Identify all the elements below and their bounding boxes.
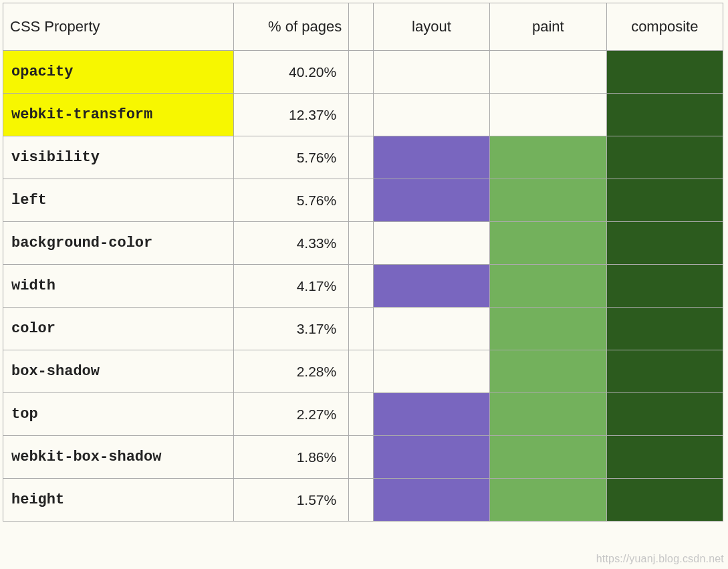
table-row: opacity40.20%	[3, 51, 723, 94]
cell-property: background-color	[3, 222, 234, 265]
table-row: webkit-box-shadow1.86%	[3, 436, 723, 479]
table-row: background-color4.33%	[3, 222, 723, 265]
cell-spacer	[349, 51, 374, 94]
cell-property: width	[3, 265, 234, 308]
cell-paint	[490, 94, 606, 136]
cell-composite	[606, 436, 723, 479]
cell-percent: 40.20%	[233, 51, 348, 94]
cell-layout	[373, 222, 489, 265]
cell-property: box-shadow	[3, 350, 234, 393]
cell-spacer	[349, 479, 374, 522]
table-row: color3.17%	[3, 308, 723, 350]
cell-composite	[606, 350, 723, 393]
css-perf-table: CSS Property % of pages layout paint com…	[3, 3, 723, 522]
cell-composite	[606, 222, 723, 265]
cell-paint	[490, 436, 606, 479]
cell-layout	[373, 393, 489, 436]
cell-paint	[490, 350, 606, 393]
cell-paint	[490, 51, 606, 94]
cell-spacer	[349, 179, 374, 222]
cell-composite	[606, 179, 723, 222]
cell-property: top	[3, 393, 234, 436]
cell-paint	[490, 479, 606, 522]
cell-layout	[373, 94, 489, 136]
cell-paint	[490, 222, 606, 265]
cell-percent: 5.76%	[233, 136, 348, 179]
header-paint: paint	[490, 3, 606, 51]
header-property: CSS Property	[3, 3, 234, 51]
cell-percent: 2.28%	[233, 350, 348, 393]
cell-layout	[373, 308, 489, 350]
cell-layout	[373, 479, 489, 522]
cell-composite	[606, 308, 723, 350]
header-spacer	[349, 3, 374, 51]
cell-property: color	[3, 308, 234, 350]
cell-layout	[373, 265, 489, 308]
cell-composite	[606, 136, 723, 179]
table-row: webkit-transform12.37%	[3, 94, 723, 136]
cell-paint	[490, 136, 606, 179]
header-percent: % of pages	[233, 3, 348, 51]
cell-composite	[606, 479, 723, 522]
cell-paint	[490, 265, 606, 308]
table-row: width4.17%	[3, 265, 723, 308]
header-layout: layout	[373, 3, 489, 51]
table-header-row: CSS Property % of pages layout paint com…	[3, 3, 723, 51]
cell-percent: 5.76%	[233, 179, 348, 222]
cell-spacer	[349, 308, 374, 350]
cell-percent: 4.33%	[233, 222, 348, 265]
cell-property: left	[3, 179, 234, 222]
table-row: top2.27%	[3, 393, 723, 436]
cell-composite	[606, 393, 723, 436]
cell-spacer	[349, 350, 374, 393]
table-body: opacity40.20%webkit-transform12.37%visib…	[3, 51, 723, 522]
cell-composite	[606, 265, 723, 308]
cell-percent: 1.57%	[233, 479, 348, 522]
cell-percent: 2.27%	[233, 393, 348, 436]
table-row: box-shadow2.28%	[3, 350, 723, 393]
cell-percent: 4.17%	[233, 265, 348, 308]
css-perf-table-container: CSS Property % of pages layout paint com…	[3, 3, 723, 522]
cell-composite	[606, 51, 723, 94]
cell-paint	[490, 179, 606, 222]
cell-layout	[373, 436, 489, 479]
cell-property: visibility	[3, 136, 234, 179]
table-row: height1.57%	[3, 479, 723, 522]
cell-percent: 3.17%	[233, 308, 348, 350]
header-composite: composite	[606, 3, 723, 51]
cell-percent: 12.37%	[233, 94, 348, 136]
cell-paint	[490, 393, 606, 436]
cell-spacer	[349, 222, 374, 265]
cell-property: webkit-box-shadow	[3, 436, 234, 479]
cell-layout	[373, 179, 489, 222]
table-row: left5.76%	[3, 179, 723, 222]
cell-property: webkit-transform	[3, 94, 234, 136]
cell-layout	[373, 350, 489, 393]
cell-spacer	[349, 393, 374, 436]
cell-property: height	[3, 479, 234, 522]
cell-layout	[373, 136, 489, 179]
cell-spacer	[349, 265, 374, 308]
cell-spacer	[349, 136, 374, 179]
cell-spacer	[349, 94, 374, 136]
cell-percent: 1.86%	[233, 436, 348, 479]
table-row: visibility5.76%	[3, 136, 723, 179]
cell-composite	[606, 94, 723, 136]
cell-paint	[490, 308, 606, 350]
cell-spacer	[349, 436, 374, 479]
cell-layout	[373, 51, 489, 94]
cell-property: opacity	[3, 51, 234, 94]
